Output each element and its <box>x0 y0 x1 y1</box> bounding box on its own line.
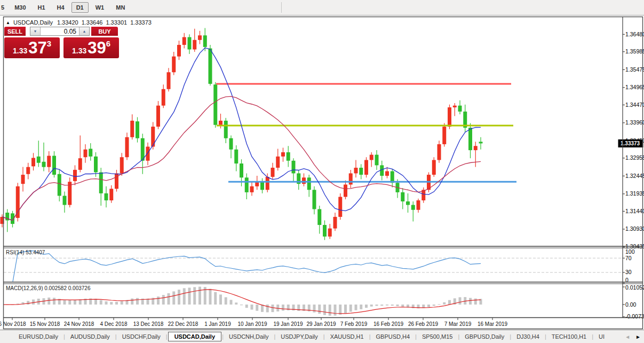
volume-decrease-button[interactable]: ▼ <box>30 27 41 35</box>
candle-body <box>31 158 35 167</box>
timeframe-toolbar: 5M30H1H4D1W1MN <box>0 0 644 15</box>
candle-body <box>302 177 306 184</box>
macd-histogram-bar <box>198 287 201 305</box>
chart-tab-gbpusd-daily[interactable]: GBPUSD,Daily <box>460 332 509 341</box>
chart-tab-audusd-daily[interactable]: AUDUSD,Daily <box>66 332 115 341</box>
macd-histogram-bar <box>209 289 212 305</box>
price-tick-label: 1.36480 <box>625 31 644 37</box>
candle-body <box>364 160 368 175</box>
candle-body <box>385 172 389 176</box>
candle-body <box>37 157 41 163</box>
timeframe-button-mn[interactable]: MN <box>111 2 130 13</box>
volume-increase-button[interactable]: ▲ <box>79 27 89 35</box>
candle-body <box>292 161 296 174</box>
candle-body <box>141 138 145 161</box>
candles-layer <box>1 28 483 240</box>
chart-tab-dj30-h4[interactable]: DJ30,H4 <box>512 332 544 341</box>
chart-tab-sp500-m15[interactable]: SP500,M15 <box>417 332 457 341</box>
timeframe-button-m30[interactable]: M30 <box>10 2 30 13</box>
macd-histogram-bar <box>396 305 399 306</box>
price-tick-label: 1.34470 <box>625 102 644 108</box>
tab-scroll-arrows: ◄ ► <box>622 330 641 343</box>
date-tick-label: 15 Nov 2018 <box>30 321 60 327</box>
timeframe-button-5[interactable]: 5 <box>0 2 7 13</box>
sell-price-big: 37 <box>28 37 46 58</box>
candle-body <box>458 106 462 112</box>
macd-histogram-bar <box>282 305 284 311</box>
macd-histogram-bar <box>365 305 368 308</box>
macd-histogram-bar <box>459 297 462 305</box>
candle-body <box>188 37 192 50</box>
chart-tab-usdcnh-daily[interactable]: USDCNH,Daily <box>224 332 274 341</box>
macd-histogram-bar <box>318 305 321 314</box>
macd-histogram-bar <box>386 305 388 306</box>
candle-body <box>370 155 373 160</box>
candle-body <box>266 177 269 190</box>
candle-body <box>245 177 249 192</box>
timeframe-button-h1[interactable]: H1 <box>33 2 50 13</box>
chart-canvas[interactable]: 1.364801.359851.354751.349651.344701.339… <box>0 16 644 330</box>
date-tick-label: 16 Feb 2019 <box>373 321 404 327</box>
candle-body <box>234 150 238 163</box>
buy-button[interactable]: BUY <box>91 27 118 36</box>
candle-body <box>125 137 129 157</box>
macd-histogram-bar <box>79 299 82 305</box>
chart-tab-usdcad-daily[interactable]: USDCAD,Daily <box>168 332 221 341</box>
macd-histogram-bar <box>235 302 237 305</box>
chart-tab-tech100-h1[interactable]: TECH100,H1 <box>547 332 591 341</box>
candle-body <box>313 190 316 209</box>
date-tick-label: 4 Dec 2018 <box>100 321 128 327</box>
macd-histogram-bar <box>121 301 123 305</box>
macd-histogram-bar <box>63 300 66 305</box>
date-axis[interactable]: 6 Nov 201815 Nov 201824 Nov 20184 Dec 20… <box>0 318 508 327</box>
chart-tab-usdchf-daily[interactable]: USDCHF,Daily <box>117 332 165 341</box>
chart-tab-usdjpy-daily[interactable]: USDJPY,Daily <box>276 332 323 341</box>
price-tick-label: 1.31935 <box>625 190 644 197</box>
macd-histogram-bar <box>256 305 258 311</box>
candle-body <box>432 160 436 175</box>
rsi-tick-label: 30 <box>625 269 632 275</box>
one-click-trading-panel: SELL ▼ 0.05 ▲ BUY 1.33 37 3 <box>4 27 119 58</box>
macd-histogram-bar <box>53 298 55 305</box>
sell-price-sup: 3 <box>47 39 51 48</box>
volume-input[interactable]: 0.05 <box>41 27 79 35</box>
chart-tab-ui[interactable]: UI <box>594 332 609 341</box>
macd-histogram-bar <box>443 302 446 305</box>
timeframe-button-h4[interactable]: H4 <box>52 2 69 13</box>
collapse-chart-icon[interactable]: ▲ <box>6 20 10 25</box>
candle-body <box>78 158 82 170</box>
buy-price-display[interactable]: 1.33 39 6 <box>63 37 119 58</box>
macd-histogram-bar <box>448 300 451 305</box>
chart-tab-eurusd-daily[interactable]: EURUSD,Daily <box>14 332 63 341</box>
sell-button[interactable]: SELL <box>4 27 26 36</box>
tab-scroll-left-icon[interactable]: ◄ <box>625 334 630 340</box>
chart-tab-gbpusd-h4[interactable]: GBPUSD,H4 <box>371 332 415 341</box>
candle-body <box>198 35 202 40</box>
candle-body <box>213 84 217 125</box>
tab-scroll-right-icon[interactable]: ► <box>635 334 641 340</box>
mt-terminal: 5M30H1H4D1W1MN 1.364801.359851.354751.34… <box>0 0 644 343</box>
timeframe-button-d1[interactable]: D1 <box>71 2 89 13</box>
macd-histogram-bar <box>47 298 50 305</box>
timeframe-button-w1[interactable]: W1 <box>91 2 109 13</box>
macd-histogram-bar <box>225 297 227 305</box>
macd-indicator-label: MACD(12,26,9) 0.002582 0.003726 <box>6 285 90 291</box>
sell-price-base: 1.33 <box>13 46 27 55</box>
candle-body <box>162 89 165 106</box>
candle-body <box>219 121 222 125</box>
macd-histogram-bar <box>251 305 253 310</box>
macd-histogram-bar <box>100 300 102 305</box>
candle-body <box>172 57 176 73</box>
candle-body <box>156 106 160 127</box>
candle-body <box>58 174 61 196</box>
candle-body <box>453 106 457 107</box>
macd-histogram-bar <box>469 298 472 305</box>
macd-histogram-bar <box>214 292 217 305</box>
macd-histogram-bar <box>344 305 347 313</box>
macd-histogram-bar <box>323 305 326 315</box>
macd-histogram-bar <box>105 301 108 305</box>
chart-tab-xauusd-h1[interactable]: XAUUSD,H1 <box>325 332 369 341</box>
sell-price-display[interactable]: 1.33 37 3 <box>4 37 60 58</box>
candle-body <box>130 121 134 137</box>
candle-body <box>167 72 171 89</box>
